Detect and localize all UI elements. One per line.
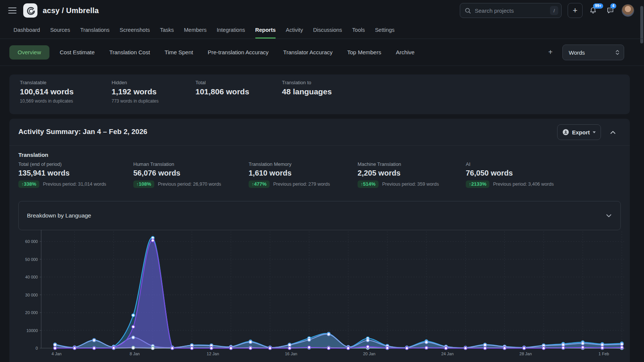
chevron-down-icon bbox=[606, 214, 611, 217]
user-avatar[interactable] bbox=[622, 4, 634, 17]
project-logo[interactable] bbox=[23, 3, 37, 18]
stat-translation-to: Translation to 48 languages bbox=[282, 80, 332, 96]
nav-activity[interactable]: Activity bbox=[286, 21, 303, 39]
select-arrows-icon bbox=[616, 49, 619, 55]
nav-members[interactable]: Members bbox=[184, 21, 206, 39]
create-project-button[interactable]: + bbox=[568, 3, 583, 18]
collapse-section-button[interactable] bbox=[608, 128, 618, 137]
change-badge: ↑477% bbox=[249, 180, 270, 188]
svg-text:8 Jan: 8 Jan bbox=[130, 352, 140, 356]
stat-translatable: Translatable 100,614 words 10,569 words … bbox=[20, 80, 74, 104]
breakdown-title: Breakdown by Language bbox=[27, 212, 91, 219]
top-bar: acsy / Umbrella / + 99+ 4 bbox=[0, 0, 644, 21]
nav-integrations[interactable]: Integrations bbox=[217, 21, 245, 39]
svg-text:50 000: 50 000 bbox=[25, 257, 38, 262]
change-badge: ↑2133% bbox=[466, 180, 489, 188]
svg-text:1 Feb: 1 Feb bbox=[599, 352, 609, 356]
svg-text:4 Jan: 4 Jan bbox=[52, 352, 62, 356]
svg-text:24 Jan: 24 Jan bbox=[441, 352, 453, 356]
change-badge: ↑108% bbox=[133, 180, 154, 188]
divider bbox=[9, 145, 630, 146]
svg-text:60 000: 60 000 bbox=[25, 239, 38, 244]
search-input[interactable] bbox=[475, 7, 550, 14]
nav-screenshots[interactable]: Screenshots bbox=[120, 21, 150, 39]
activity-summary-card: Activity Summary: Jan 4 – Feb 2, 2026 Ex… bbox=[9, 119, 630, 362]
translation-section-title: Translation bbox=[18, 152, 48, 158]
metric-translation-memory: Translation Memory 1,610 words ↑477% Pre… bbox=[249, 161, 330, 188]
download-icon bbox=[562, 129, 569, 136]
export-label: Export bbox=[572, 129, 590, 136]
menu-icon[interactable] bbox=[8, 7, 16, 13]
notifications-button[interactable]: 99+ bbox=[589, 6, 598, 16]
unit-select-value: Words bbox=[569, 49, 585, 56]
svg-text:20 000: 20 000 bbox=[25, 310, 38, 315]
nav-sources[interactable]: Sources bbox=[50, 21, 70, 39]
svg-text:10000: 10000 bbox=[26, 328, 38, 333]
svg-text:12 Jan: 12 Jan bbox=[207, 352, 219, 356]
search-icon bbox=[465, 7, 471, 14]
nav-discussions[interactable]: Discussions bbox=[313, 21, 342, 39]
project-nav: Dashboard Sources Translations Screensho… bbox=[0, 21, 644, 39]
tab-overview[interactable]: Overview bbox=[9, 45, 49, 60]
messages-button[interactable]: 4 bbox=[606, 6, 616, 16]
notifications-badge: 99+ bbox=[593, 3, 603, 9]
nav-tools[interactable]: Tools bbox=[352, 21, 365, 39]
page-title: acsy / Umbrella bbox=[43, 6, 99, 15]
metric-ai: AI 76,050 words ↑2133% Previous period: … bbox=[466, 161, 554, 188]
metric-total: Total (end of period) 135,941 words ↑338… bbox=[18, 161, 106, 188]
unit-select[interactable]: Words bbox=[562, 45, 624, 60]
change-badge: ↑338% bbox=[18, 180, 39, 188]
change-badge: ↑514% bbox=[358, 180, 379, 188]
metric-machine-translation: Machine Translation 2,205 words ↑514% Pr… bbox=[358, 161, 439, 188]
logo-glyph-icon bbox=[25, 5, 36, 16]
stat-total: Total 101,806 words bbox=[195, 80, 249, 96]
svg-text:16 Jan: 16 Jan bbox=[285, 352, 297, 356]
add-report-button[interactable]: + bbox=[546, 48, 555, 57]
activity-summary-title: Activity Summary: Jan 4 – Feb 2, 2026 bbox=[18, 128, 147, 136]
search-shortcut-key: / bbox=[550, 6, 558, 15]
search-box[interactable]: / bbox=[460, 3, 562, 18]
svg-text:40 000: 40 000 bbox=[25, 275, 38, 279]
tab-translation-cost[interactable]: Translation Cost bbox=[109, 49, 150, 55]
svg-text:20 Jan: 20 Jan bbox=[363, 352, 376, 356]
tab-archive[interactable]: Archive bbox=[396, 49, 414, 55]
svg-text:0: 0 bbox=[36, 346, 38, 350]
activity-chart: 01000020 00030 00040 00050 00060 0004 Ja… bbox=[9, 225, 630, 361]
tab-pre-translation-accuracy[interactable]: Pre-translation Accuracy bbox=[208, 49, 269, 55]
nav-reports[interactable]: Reports bbox=[255, 21, 276, 39]
nav-tasks[interactable]: Tasks bbox=[160, 21, 174, 39]
nav-translations[interactable]: Translations bbox=[80, 21, 109, 39]
tab-translator-accuracy[interactable]: Translator Accuracy bbox=[283, 49, 332, 55]
metric-human-translation: Human Translation 56,076 words ↑108% Pre… bbox=[133, 161, 221, 188]
chevron-up-icon bbox=[610, 131, 616, 134]
export-button[interactable]: Export bbox=[557, 124, 601, 140]
project-word-stats-card: Translatable 100,614 words 10,569 words … bbox=[9, 74, 630, 114]
nav-settings[interactable]: Settings bbox=[375, 21, 394, 39]
messages-badge: 4 bbox=[610, 3, 616, 9]
svg-text:30 000: 30 000 bbox=[25, 293, 38, 297]
tab-top-members[interactable]: Top Members bbox=[347, 49, 381, 55]
caret-down-icon bbox=[593, 131, 596, 133]
stat-hidden: Hidden 1,192 words 773 words in duplicat… bbox=[112, 80, 158, 104]
svg-text:28 Jan: 28 Jan bbox=[519, 352, 532, 356]
nav-dashboard[interactable]: Dashboard bbox=[13, 21, 40, 39]
tab-time-spent[interactable]: Time Spent bbox=[165, 49, 193, 55]
tab-cost-estimate[interactable]: Cost Estimate bbox=[60, 49, 95, 55]
reports-subnav: Overview Cost Estimate Translation Cost … bbox=[0, 39, 644, 66]
